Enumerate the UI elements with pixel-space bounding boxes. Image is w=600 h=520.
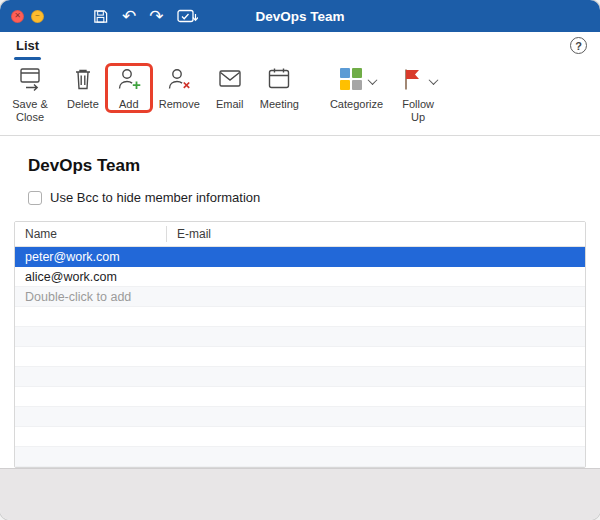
table-row[interactable] — [15, 407, 585, 427]
categorize-icon — [338, 66, 364, 96]
meeting-label: Meeting — [260, 98, 299, 111]
table-row[interactable] — [15, 347, 585, 367]
minimize-button[interactable]: − — [31, 10, 44, 23]
email-label: Email — [216, 98, 244, 111]
window-title: DevOps Team — [0, 9, 600, 24]
table-row[interactable] — [15, 367, 585, 387]
send-receive-icon[interactable] — [177, 8, 198, 25]
save-close-label: Save & Close — [8, 98, 52, 124]
delete-icon — [68, 66, 98, 96]
follow-up-button[interactable]: Follow Up — [398, 67, 438, 124]
table-row[interactable]: alice@work.com — [15, 267, 585, 287]
table-row[interactable] — [15, 387, 585, 407]
table-row[interactable] — [15, 307, 585, 327]
help-icon: ? — [575, 40, 582, 52]
chevron-down-icon — [367, 75, 377, 85]
cell-name: Double-click to add — [15, 290, 167, 304]
table-row[interactable] — [15, 327, 585, 347]
table-row[interactable] — [15, 427, 585, 447]
member-table-body: peter@work.comalice@work.comDouble-click… — [15, 247, 585, 467]
minimize-icon: − — [35, 12, 40, 20]
traffic-lights: ✕ − — [11, 10, 44, 23]
table-row[interactable]: peter@work.com — [15, 247, 585, 267]
delete-button[interactable]: Delete — [67, 67, 99, 111]
remove-label: Remove — [159, 98, 200, 111]
remove-button[interactable]: Remove — [159, 67, 200, 111]
table-row[interactable] — [15, 447, 585, 467]
follow-up-label: Follow Up — [398, 98, 438, 124]
column-header-email[interactable]: E-mail — [167, 227, 585, 241]
chevron-down-icon — [429, 75, 439, 85]
email-icon — [215, 66, 245, 96]
add-button[interactable]: Add — [114, 67, 144, 111]
add-person-icon — [114, 66, 144, 96]
ribbon: Save & Close Delete Add Remove Em — [0, 60, 600, 136]
list-content: DevOps Team Use Bcc to hide member infor… — [0, 136, 600, 468]
save-close-icon — [15, 66, 45, 96]
member-table: Name E-mail peter@work.comalice@work.com… — [14, 221, 586, 468]
member-table-header: Name E-mail — [15, 222, 585, 247]
categorize-label: Categorize — [330, 98, 383, 111]
column-header-name[interactable]: Name — [15, 226, 167, 242]
quick-access-toolbar: ↶ ↷ — [92, 8, 198, 25]
add-label: Add — [119, 98, 139, 111]
undo-icon[interactable]: ↶ — [122, 8, 136, 25]
close-button[interactable]: ✕ — [11, 10, 24, 23]
tab-list[interactable]: List — [14, 34, 41, 59]
email-button[interactable]: Email — [215, 67, 245, 111]
close-icon: ✕ — [14, 12, 21, 20]
cell-name: peter@work.com — [15, 250, 167, 264]
tab-list-label: List — [16, 38, 39, 53]
ribbon-tab-bar: List ? — [0, 32, 600, 60]
bcc-checkbox[interactable] — [28, 191, 42, 205]
window-footer — [0, 468, 600, 520]
titlebar: ✕ − ↶ ↷ DevOps Team — [0, 0, 600, 32]
help-button[interactable]: ? — [570, 37, 587, 54]
bcc-option-row: Use Bcc to hide member information — [28, 190, 600, 205]
follow-up-flag-icon — [399, 66, 425, 96]
save-icon[interactable] — [92, 8, 109, 25]
remove-person-icon — [164, 66, 194, 96]
outlook-list-window: ✕ − ↶ ↷ DevOps Team List ? Save & C — [0, 0, 600, 520]
delete-label: Delete — [67, 98, 99, 111]
active-tab-underline — [14, 57, 41, 60]
bcc-checkbox-label: Use Bcc to hide member information — [50, 190, 260, 205]
save-close-button[interactable]: Save & Close — [8, 67, 52, 124]
categorize-button[interactable]: Categorize — [330, 67, 383, 111]
cell-name: alice@work.com — [15, 270, 167, 284]
meeting-icon — [264, 66, 294, 96]
list-name-heading: DevOps Team — [28, 156, 600, 176]
table-row[interactable]: Double-click to add — [15, 287, 585, 307]
meeting-button[interactable]: Meeting — [260, 67, 299, 111]
redo-icon[interactable]: ↷ — [149, 8, 163, 25]
